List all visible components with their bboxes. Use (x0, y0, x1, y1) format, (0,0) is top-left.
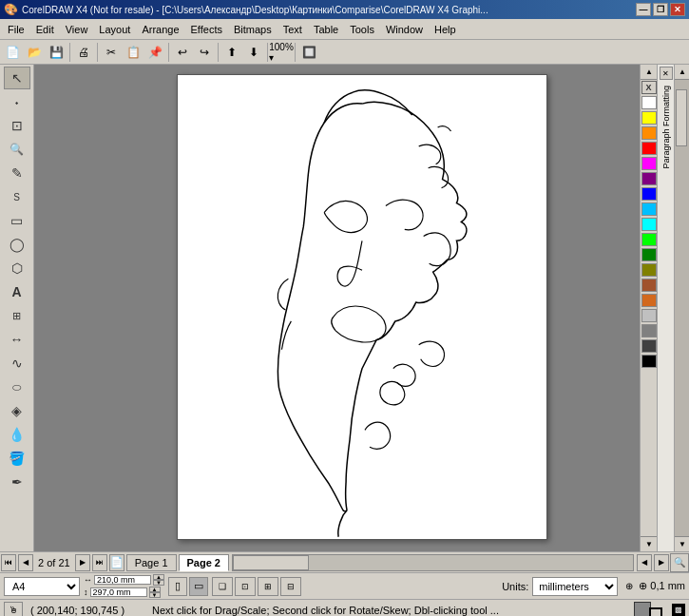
rect-tool[interactable]: ▭ (4, 209, 30, 232)
close-button[interactable]: ✕ (670, 3, 685, 16)
white-swatch[interactable] (641, 96, 657, 109)
menu-bitmaps[interactable]: Bitmaps (228, 20, 278, 39)
dimension-tool[interactable]: ↔ (4, 328, 30, 351)
export-button[interactable]: ⬇ (243, 42, 264, 63)
chocolate-swatch[interactable] (641, 294, 657, 307)
silver-swatch[interactable] (641, 309, 657, 322)
freehand-tool[interactable]: ✎ (4, 162, 30, 184)
para-panel-close[interactable]: ✕ (660, 67, 673, 80)
import-button[interactable]: ⬆ (221, 42, 242, 63)
fill-tool[interactable]: 🪣 (4, 447, 30, 470)
eyedropper-tool[interactable]: 💧 (4, 423, 30, 446)
connector-tool[interactable]: ∿ (4, 352, 30, 375)
no-fill-swatch[interactable]: X (641, 81, 657, 94)
zoom-dropdown[interactable]: 100% ▾ (271, 42, 292, 63)
redo-button[interactable]: ↪ (194, 42, 215, 63)
color-mode-indicator[interactable]: ▩ (672, 604, 685, 617)
canvas-area[interactable]: ▲ ▼ ✕ Paragraph Formatting ▲ X (34, 65, 689, 551)
polygon-tool[interactable]: ⬡ (4, 257, 30, 279)
menu-help[interactable]: Help (429, 20, 462, 39)
height-input[interactable] (90, 587, 147, 597)
drawing-canvas[interactable] (177, 74, 547, 540)
page-extra2-button[interactable]: ⊟ (280, 577, 301, 596)
black-swatch[interactable] (641, 355, 657, 368)
dark-gray-swatch[interactable] (641, 339, 657, 353)
transparency-tool[interactable]: ◈ (4, 399, 30, 422)
menu-file[interactable]: File (2, 20, 30, 39)
blend-tool[interactable]: ⬭ (4, 375, 30, 398)
page-options-button[interactable]: ⊡ (235, 577, 256, 596)
h-scroll-left[interactable]: ◀ (637, 554, 652, 571)
page-tab-2[interactable]: Page 2 (179, 554, 229, 571)
menu-effects[interactable]: Effects (185, 20, 228, 39)
stroke-color-indicator[interactable] (649, 607, 662, 617)
paste-button[interactable]: 📌 (144, 42, 165, 63)
table-tool[interactable]: ⊞ (4, 304, 30, 327)
page-extra-button[interactable]: ⊞ (258, 577, 278, 596)
save-button[interactable]: 💾 (46, 42, 67, 63)
scroll-thumb[interactable] (676, 89, 687, 146)
orange-swatch[interactable] (641, 126, 657, 140)
nav-prev-page[interactable]: ◀ (18, 554, 33, 571)
smart-draw-tool[interactable]: S (4, 185, 30, 208)
menu-edit[interactable]: Edit (30, 20, 60, 39)
ellipse-tool[interactable]: ◯ (4, 233, 30, 256)
menu-view[interactable]: View (60, 20, 94, 39)
nav-first-page[interactable]: ⏮ (1, 554, 16, 571)
new-button[interactable]: 📄 (2, 42, 23, 63)
crop-tool[interactable]: ⊡ (4, 114, 30, 137)
node-tool[interactable]: ⬩ (4, 90, 30, 113)
blue-swatch[interactable] (641, 187, 657, 201)
landscape-button[interactable]: ▭ (189, 577, 208, 596)
print-button[interactable]: 🖨 (73, 42, 94, 63)
menu-tools[interactable]: Tools (344, 20, 380, 39)
open-button[interactable]: 📂 (24, 42, 45, 63)
zoom-to-page[interactable]: 🔍 (670, 553, 689, 572)
scroll-up-button[interactable]: ▲ (675, 65, 689, 80)
text-tool[interactable]: A (4, 280, 30, 303)
minimize-button[interactable]: — (636, 3, 651, 16)
page-tab-1[interactable]: Page 1 (126, 554, 177, 571)
snap-button[interactable]: 🔲 (298, 42, 319, 63)
h-scroll-right[interactable]: ▶ (654, 554, 669, 571)
cyan-blue-swatch[interactable] (641, 202, 657, 216)
outline-tool[interactable]: ✒ (4, 471, 30, 493)
menu-arrange[interactable]: Arrange (136, 20, 184, 39)
units-select[interactable]: millimeters inches pixels (532, 577, 618, 596)
cut-button[interactable]: ✂ (101, 42, 122, 63)
red-swatch[interactable] (641, 142, 657, 155)
zoom-tool[interactable]: 🔍 (4, 138, 30, 161)
para-panel-title[interactable]: Paragraph Formatting (660, 82, 672, 173)
olive-swatch[interactable] (641, 263, 657, 277)
brown-swatch[interactable] (641, 279, 657, 292)
cyan-swatch[interactable] (641, 218, 657, 231)
select-tool[interactable]: ↖ (4, 67, 30, 89)
h-scroll-thumb[interactable] (233, 555, 309, 570)
page-size-select[interactable]: A4 A3 Letter (4, 577, 80, 596)
menu-layout[interactable]: Layout (93, 20, 136, 39)
height-down[interactable]: ▼ (149, 592, 161, 598)
undo-button[interactable]: ↩ (172, 42, 193, 63)
green-swatch[interactable] (641, 233, 657, 246)
palette-down-button[interactable]: ▼ (641, 536, 657, 551)
nav-last-page[interactable]: ⏭ (92, 554, 107, 571)
restore-button[interactable]: ❐ (653, 3, 668, 16)
h-scrollbar[interactable] (232, 554, 634, 571)
v-scrollbar[interactable]: ▲ ▼ (674, 65, 689, 551)
menu-window[interactable]: Window (380, 20, 429, 39)
copy-button[interactable]: 📋 (123, 42, 144, 63)
width-input[interactable] (94, 575, 151, 585)
dark-green-swatch[interactable] (641, 248, 657, 261)
width-down[interactable]: ▼ (153, 580, 164, 586)
gray-swatch[interactable] (641, 324, 657, 337)
palette-up-button[interactable]: ▲ (641, 65, 657, 80)
magenta-swatch[interactable] (641, 157, 657, 170)
scroll-down-button[interactable]: ▼ (675, 536, 689, 551)
menu-table[interactable]: Table (308, 20, 344, 39)
purple-swatch[interactable] (641, 172, 657, 185)
copy-page-button[interactable]: ❑ (212, 577, 233, 596)
nav-next-page[interactable]: ▶ (75, 554, 90, 571)
add-page-button[interactable]: 📄 (109, 554, 124, 571)
yellow-swatch[interactable] (641, 111, 657, 125)
menu-text[interactable]: Text (278, 20, 308, 39)
